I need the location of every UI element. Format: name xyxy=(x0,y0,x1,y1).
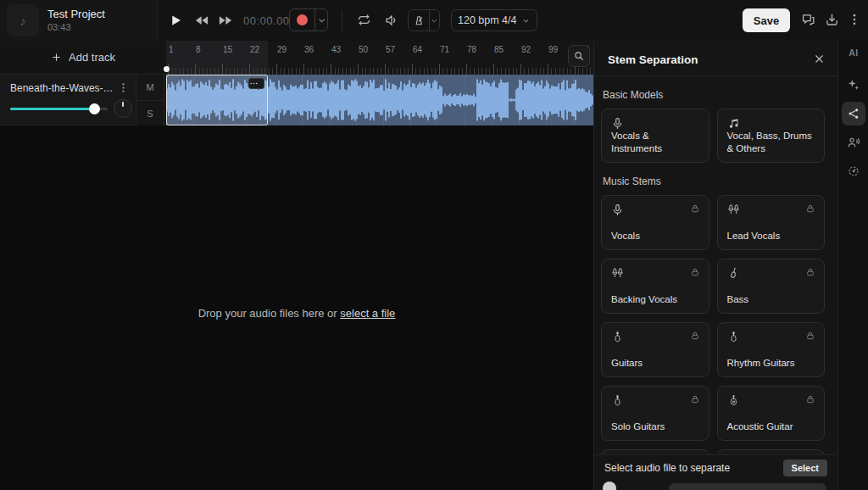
clip-selection[interactable] xyxy=(166,75,268,125)
stem-card-label: Acoustic Guitar xyxy=(727,420,818,433)
ruler-mark: 71 xyxy=(440,45,449,54)
stem-card-label: Solo Guitars xyxy=(611,420,702,433)
stem-card-label: Vocal, Bass, Drums & Others xyxy=(727,130,818,155)
section-label-basic-models: Basic Models xyxy=(603,89,825,101)
sparkle-icon xyxy=(847,78,860,92)
lock-icon xyxy=(805,203,815,214)
ruler-mark: 85 xyxy=(494,45,504,54)
metronome-chevron-down-icon[interactable] xyxy=(430,16,439,25)
partial-button[interactable] xyxy=(669,483,826,490)
metronome-icon xyxy=(413,14,425,27)
selection-menu-button[interactable] xyxy=(248,78,264,89)
track-volume-slider[interactable] xyxy=(10,108,108,110)
loop-icon[interactable] xyxy=(357,13,371,27)
stem-card[interactable]: Vocal, Bass, Drums & Others xyxy=(717,109,826,163)
add-track-label: Add track xyxy=(69,51,115,64)
tempo-chevron-down-icon xyxy=(521,16,531,25)
slider-fill xyxy=(10,108,94,110)
ruler-mark: 8 xyxy=(196,45,201,54)
bass-icon xyxy=(727,267,740,280)
mute-solo-column: M S xyxy=(136,75,164,125)
fast-forward-button[interactable] xyxy=(218,13,233,28)
mics-icon xyxy=(611,267,624,280)
guitar-icon xyxy=(611,331,624,343)
record-group xyxy=(289,8,328,31)
stem-card[interactable]: Bass xyxy=(717,259,826,314)
select-file-link[interactable]: select a file xyxy=(340,307,395,320)
ellipsis-icon xyxy=(249,79,259,88)
slider-thumb[interactable] xyxy=(89,103,100,114)
stem-card[interactable]: Vocals xyxy=(601,195,709,250)
footer-label: Select audio file to separate xyxy=(604,462,730,474)
basic-models-grid: Vocals & Instruments Vocal, Bass, Drums … xyxy=(601,109,825,163)
stem-card-label: Rhythm Guitars xyxy=(727,357,818,370)
ruler-mark: 99 xyxy=(548,45,558,54)
project-music-note-icon: ♪ xyxy=(7,4,39,36)
rewind-button[interactable] xyxy=(194,13,209,28)
lock-icon xyxy=(805,394,815,404)
section-label-music-stems: Music Stems xyxy=(603,175,825,187)
time-display: 00:00.00 xyxy=(243,14,290,27)
more-menu-icon[interactable] xyxy=(847,12,862,27)
lock-icon xyxy=(690,267,700,277)
stem-card-label: Bass xyxy=(727,293,818,306)
ai-assistant-button[interactable] xyxy=(842,73,865,97)
stem-card[interactable]: Rhythm Guitars xyxy=(717,322,826,377)
volume-icon[interactable] xyxy=(384,13,399,28)
save-button[interactable]: Save xyxy=(743,8,790,32)
ruler-mark: 57 xyxy=(386,45,395,54)
voice-changer-button[interactable] xyxy=(842,131,865,154)
track-menu-icon[interactable] xyxy=(117,81,130,94)
add-track-button[interactable]: Add track xyxy=(0,41,166,75)
ruler-mark: 78 xyxy=(467,45,476,54)
stem-card[interactable]: Acoustic Guitar xyxy=(717,386,826,441)
ai-tools-rail: AI xyxy=(837,41,868,490)
tempo-tool-button[interactable] xyxy=(842,159,865,183)
stem-card[interactable]: Backing Vocals xyxy=(601,259,709,314)
record-chevron-down-icon[interactable] xyxy=(316,14,328,26)
timeline-ruler[interactable]: 1815222936435057647178859299106 xyxy=(166,41,593,75)
tempo-gauge-icon xyxy=(847,164,860,178)
download-icon[interactable] xyxy=(824,12,840,28)
ai-label: AI xyxy=(838,47,868,58)
mic-icon xyxy=(611,203,624,216)
guitar-icon xyxy=(727,331,740,343)
pan-knob[interactable] xyxy=(114,99,132,118)
ruler-mark: 29 xyxy=(277,45,287,54)
guitar-icon xyxy=(611,394,624,407)
mute-button[interactable]: M xyxy=(136,75,164,100)
stem-card-label: Lead Vocals xyxy=(727,230,818,242)
project-duration: 03:43 xyxy=(47,22,71,32)
play-button[interactable] xyxy=(168,13,183,28)
tempo-selector[interactable]: 120 bpm 4/4 xyxy=(451,9,537,31)
ruler-ticks xyxy=(166,58,593,75)
stem-card-label: Vocals xyxy=(611,230,702,242)
zoom-button[interactable] xyxy=(568,45,590,67)
playhead[interactable] xyxy=(164,66,170,72)
workspace: Add track Beneath-the-Waves-death-metal-… xyxy=(0,41,593,490)
metronome-group[interactable] xyxy=(408,9,440,31)
stem-card[interactable]: Vocals & Instruments xyxy=(601,109,709,163)
lock-icon xyxy=(690,394,700,404)
ruler-mark: 1 xyxy=(169,45,174,54)
chat-icon[interactable] xyxy=(800,12,816,28)
voice-icon xyxy=(847,136,860,149)
lock-icon xyxy=(690,203,700,214)
record-button[interactable] xyxy=(297,14,308,25)
dropzone-text: Drop your audio files here or xyxy=(198,307,337,320)
stem-separation-button[interactable] xyxy=(842,102,865,125)
mic-icon xyxy=(611,117,624,130)
audio-clip-waveform[interactable] xyxy=(166,75,593,125)
stem-card[interactable]: Solo Guitars xyxy=(601,386,709,441)
tempo-label: 120 bpm 4/4 xyxy=(458,14,517,26)
stem-card[interactable]: Lead Vocals xyxy=(717,195,826,250)
daw-app: ♪ Test Project 03:43 00:00.00 xyxy=(0,0,868,490)
stem-card-label: Vocals & Instruments xyxy=(611,130,702,155)
acoustic-icon xyxy=(727,394,740,407)
close-icon[interactable] xyxy=(813,53,826,65)
solo-button[interactable]: S xyxy=(136,100,164,125)
lock-icon xyxy=(805,267,815,277)
partial-control[interactable] xyxy=(603,482,616,490)
stem-card[interactable]: Guitars xyxy=(601,322,709,377)
select-file-button[interactable]: Select xyxy=(783,459,827,476)
